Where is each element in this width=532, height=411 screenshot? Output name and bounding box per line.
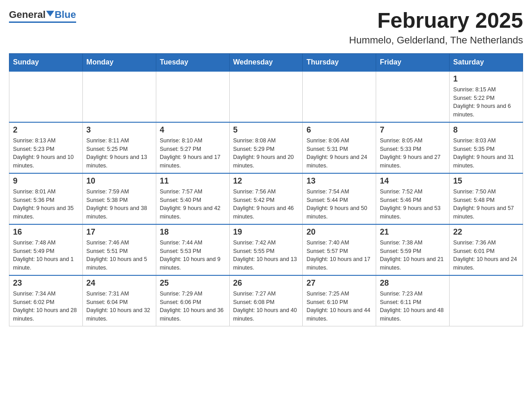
- day-cell: 17Sunrise: 7:46 AMSunset: 5:51 PMDayligh…: [82, 224, 156, 275]
- column-header-tuesday: Tuesday: [156, 53, 229, 71]
- day-cell: 15Sunrise: 7:50 AMSunset: 5:48 PMDayligh…: [450, 173, 523, 224]
- day-number: 25: [160, 278, 226, 288]
- day-number: 2: [13, 125, 79, 135]
- day-info: Sunrise: 7:46 AMSunset: 5:51 PMDaylight:…: [86, 239, 152, 272]
- day-info: Sunrise: 8:08 AMSunset: 5:29 PMDaylight:…: [233, 137, 299, 170]
- day-number: 22: [453, 227, 519, 237]
- day-cell: 23Sunrise: 7:34 AMSunset: 6:02 PMDayligh…: [9, 275, 83, 326]
- day-info: Sunrise: 7:31 AMSunset: 6:04 PMDaylight:…: [86, 290, 152, 323]
- day-cell: 8Sunrise: 8:03 AMSunset: 5:35 PMDaylight…: [450, 122, 523, 173]
- day-cell: 3Sunrise: 8:11 AMSunset: 5:25 PMDaylight…: [82, 122, 156, 173]
- day-cell: [303, 71, 376, 122]
- day-number: 23: [13, 278, 79, 288]
- day-info: Sunrise: 8:11 AMSunset: 5:25 PMDaylight:…: [86, 137, 152, 170]
- day-info: Sunrise: 7:25 AMSunset: 6:10 PMDaylight:…: [306, 290, 372, 323]
- day-number: 5: [233, 125, 299, 135]
- day-cell: 6Sunrise: 8:06 AMSunset: 5:31 PMDaylight…: [303, 122, 376, 173]
- logo-underline: [9, 21, 76, 23]
- calendar-subtitle: Hummelo, Gelderland, The Netherlands: [349, 34, 523, 46]
- day-info: Sunrise: 7:29 AMSunset: 6:06 PMDaylight:…: [160, 290, 226, 323]
- day-info: Sunrise: 7:40 AMSunset: 5:57 PMDaylight:…: [306, 239, 372, 272]
- day-info: Sunrise: 7:48 AMSunset: 5:49 PMDaylight:…: [13, 239, 79, 272]
- day-cell: 1Sunrise: 8:15 AMSunset: 5:22 PMDaylight…: [450, 71, 523, 122]
- logo: General Blue: [9, 9, 76, 23]
- title-block: February 2025 Hummelo, Gelderland, The N…: [349, 9, 523, 46]
- logo-general-text: General: [9, 9, 46, 21]
- day-cell: 7Sunrise: 8:05 AMSunset: 5:33 PMDaylight…: [376, 122, 450, 173]
- column-header-friday: Friday: [376, 53, 450, 71]
- day-number: 18: [160, 227, 226, 237]
- day-cell: 11Sunrise: 7:57 AMSunset: 5:40 PMDayligh…: [156, 173, 229, 224]
- day-number: 15: [453, 176, 519, 186]
- day-number: 6: [306, 125, 372, 135]
- day-cell: 14Sunrise: 7:52 AMSunset: 5:46 PMDayligh…: [376, 173, 450, 224]
- column-header-monday: Monday: [82, 53, 156, 71]
- day-number: 8: [453, 125, 519, 135]
- day-cell: [229, 71, 303, 122]
- day-number: 3: [86, 125, 152, 135]
- day-cell: 25Sunrise: 7:29 AMSunset: 6:06 PMDayligh…: [156, 275, 229, 326]
- day-cell: 22Sunrise: 7:36 AMSunset: 6:01 PMDayligh…: [450, 224, 523, 275]
- day-cell: [82, 71, 156, 122]
- calendar-table: SundayMondayTuesdayWednesdayThursdayFrid…: [9, 53, 523, 326]
- day-cell: [450, 275, 523, 326]
- day-info: Sunrise: 7:56 AMSunset: 5:42 PMDaylight:…: [233, 188, 299, 221]
- day-cell: 20Sunrise: 7:40 AMSunset: 5:57 PMDayligh…: [303, 224, 376, 275]
- day-number: 9: [13, 176, 79, 186]
- day-cell: 13Sunrise: 7:54 AMSunset: 5:44 PMDayligh…: [303, 173, 376, 224]
- day-info: Sunrise: 8:10 AMSunset: 5:27 PMDaylight:…: [160, 137, 226, 170]
- day-cell: 4Sunrise: 8:10 AMSunset: 5:27 PMDaylight…: [156, 122, 229, 173]
- day-number: 10: [86, 176, 152, 186]
- day-info: Sunrise: 7:27 AMSunset: 6:08 PMDaylight:…: [233, 290, 299, 323]
- day-cell: 12Sunrise: 7:56 AMSunset: 5:42 PMDayligh…: [229, 173, 303, 224]
- day-info: Sunrise: 7:34 AMSunset: 6:02 PMDaylight:…: [13, 290, 79, 323]
- week-row-5: 23Sunrise: 7:34 AMSunset: 6:02 PMDayligh…: [9, 275, 523, 326]
- day-number: 4: [160, 125, 226, 135]
- day-cell: 5Sunrise: 8:08 AMSunset: 5:29 PMDaylight…: [229, 122, 303, 173]
- day-cell: [156, 71, 229, 122]
- day-number: 24: [86, 278, 152, 288]
- column-header-thursday: Thursday: [303, 53, 376, 71]
- calendar-header-row: SundayMondayTuesdayWednesdayThursdayFrid…: [9, 53, 523, 71]
- day-info: Sunrise: 7:54 AMSunset: 5:44 PMDaylight:…: [306, 188, 372, 221]
- day-number: 14: [380, 176, 446, 186]
- week-row-3: 9Sunrise: 8:01 AMSunset: 5:36 PMDaylight…: [9, 173, 523, 224]
- day-cell: 2Sunrise: 8:13 AMSunset: 5:23 PMDaylight…: [9, 122, 83, 173]
- day-cell: 19Sunrise: 7:42 AMSunset: 5:55 PMDayligh…: [229, 224, 303, 275]
- day-cell: 21Sunrise: 7:38 AMSunset: 5:59 PMDayligh…: [376, 224, 450, 275]
- day-cell: [9, 71, 83, 122]
- week-row-4: 16Sunrise: 7:48 AMSunset: 5:49 PMDayligh…: [9, 224, 523, 275]
- week-row-2: 2Sunrise: 8:13 AMSunset: 5:23 PMDaylight…: [9, 122, 523, 173]
- day-info: Sunrise: 7:23 AMSunset: 6:11 PMDaylight:…: [380, 290, 446, 323]
- day-cell: [376, 71, 450, 122]
- day-number: 1: [453, 74, 519, 84]
- day-info: Sunrise: 8:06 AMSunset: 5:31 PMDaylight:…: [306, 137, 372, 170]
- day-number: 28: [380, 278, 446, 288]
- day-cell: 24Sunrise: 7:31 AMSunset: 6:04 PMDayligh…: [82, 275, 156, 326]
- column-header-saturday: Saturday: [450, 53, 523, 71]
- day-cell: 18Sunrise: 7:44 AMSunset: 5:53 PMDayligh…: [156, 224, 229, 275]
- day-number: 7: [380, 125, 446, 135]
- day-cell: 9Sunrise: 8:01 AMSunset: 5:36 PMDaylight…: [9, 173, 83, 224]
- calendar-title: February 2025: [349, 9, 523, 33]
- column-header-wednesday: Wednesday: [229, 53, 303, 71]
- day-number: 13: [306, 176, 372, 186]
- day-info: Sunrise: 8:05 AMSunset: 5:33 PMDaylight:…: [380, 137, 446, 170]
- day-number: 19: [233, 227, 299, 237]
- day-number: 17: [86, 227, 152, 237]
- day-info: Sunrise: 8:13 AMSunset: 5:23 PMDaylight:…: [13, 137, 79, 170]
- day-cell: 26Sunrise: 7:27 AMSunset: 6:08 PMDayligh…: [229, 275, 303, 326]
- day-info: Sunrise: 7:38 AMSunset: 5:59 PMDaylight:…: [380, 239, 446, 272]
- day-number: 12: [233, 176, 299, 186]
- day-info: Sunrise: 7:52 AMSunset: 5:46 PMDaylight:…: [380, 188, 446, 221]
- column-header-sunday: Sunday: [9, 53, 83, 71]
- day-info: Sunrise: 7:57 AMSunset: 5:40 PMDaylight:…: [160, 188, 226, 221]
- day-cell: 28Sunrise: 7:23 AMSunset: 6:11 PMDayligh…: [376, 275, 450, 326]
- day-cell: 16Sunrise: 7:48 AMSunset: 5:49 PMDayligh…: [9, 224, 83, 275]
- day-info: Sunrise: 8:01 AMSunset: 5:36 PMDaylight:…: [13, 188, 79, 221]
- day-info: Sunrise: 8:15 AMSunset: 5:22 PMDaylight:…: [453, 86, 519, 119]
- day-number: 20: [306, 227, 372, 237]
- day-info: Sunrise: 7:59 AMSunset: 5:38 PMDaylight:…: [86, 188, 152, 221]
- day-number: 27: [306, 278, 372, 288]
- day-cell: 27Sunrise: 7:25 AMSunset: 6:10 PMDayligh…: [303, 275, 376, 326]
